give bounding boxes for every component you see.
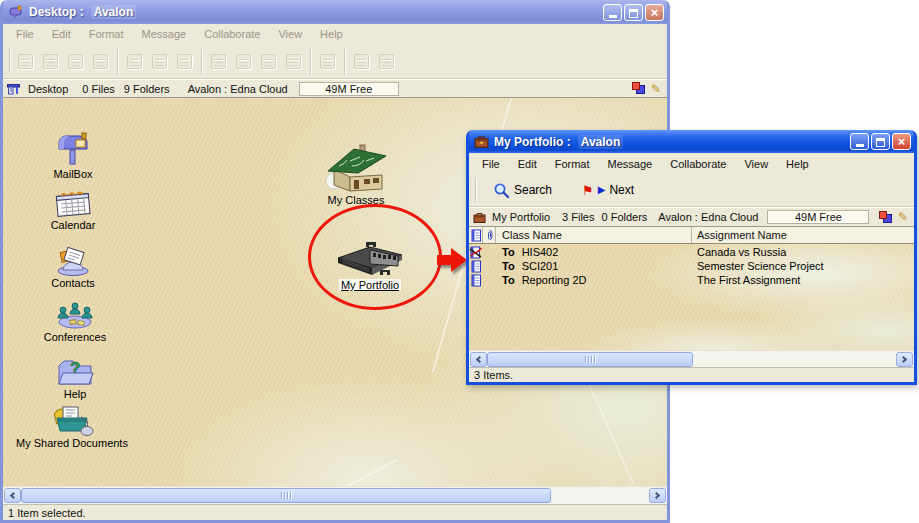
attachment-column-icon[interactable] <box>483 229 495 241</box>
toolbar-button-disabled[interactable] <box>350 50 373 73</box>
desktop-horizontal-scrollbar[interactable] <box>3 486 667 504</box>
menu-message[interactable]: Message <box>133 28 196 40</box>
shared-documents-icon <box>49 404 95 436</box>
scroll-right-button[interactable] <box>896 352 913 367</box>
edit-pencil-icon[interactable]: ✎ <box>651 83 661 95</box>
item-type-column-icon[interactable] <box>469 229 482 242</box>
class-name: Reporting 2D <box>522 274 587 286</box>
toolbar-button-disabled[interactable] <box>148 50 171 73</box>
portfolio-title-icon <box>474 135 489 148</box>
menu-help[interactable]: Help <box>777 158 818 170</box>
folder-count: 9 Folders <box>124 83 170 95</box>
desktop-icon <box>7 83 20 95</box>
toolbar-button-disabled[interactable] <box>282 50 305 73</box>
toolbar-button-disabled[interactable] <box>39 50 62 73</box>
view-layout-icon[interactable] <box>878 211 893 224</box>
icon-label: Help <box>27 388 123 400</box>
desktop-icon-calendar[interactable]: Calendar <box>25 188 121 231</box>
chevron-right-icon <box>900 356 907 363</box>
table-row[interactable]: ToHIS402 Canada vs Russia <box>469 245 914 259</box>
scroll-left-button[interactable] <box>4 488 21 503</box>
menu-format[interactable]: Format <box>546 158 599 170</box>
next-button[interactable]: ⚑▶ Next <box>576 181 640 199</box>
scroll-right-button[interactable] <box>649 488 666 503</box>
desktop-icon-help[interactable]: ? Help <box>27 357 123 400</box>
assignment-list[interactable]: ToHIS402 Canada vs Russia ToSCI201 Semes… <box>469 244 914 350</box>
assignment-name: Canada vs Russia <box>692 246 914 258</box>
portfolio-infobar: My Portfolio 3 Files 0 Folders Avalon : … <box>469 207 914 227</box>
my-classes-icon <box>324 139 388 193</box>
toolbar-separator <box>310 49 311 74</box>
column-header-class-name[interactable]: Class Name <box>496 229 691 241</box>
file-count: 0 Files <box>82 83 114 95</box>
icon-label: Conferences <box>27 331 123 343</box>
close-button[interactable]: × <box>645 4 664 21</box>
menu-collaborate[interactable]: Collaborate <box>661 158 735 170</box>
icon-label: My Shared Documents <box>3 437 147 449</box>
search-button[interactable]: Search <box>487 180 558 201</box>
toolbar-button-disabled[interactable] <box>257 50 280 73</box>
desktop-icon-conferences[interactable]: Conferences <box>27 300 123 343</box>
app-icon <box>8 5 24 19</box>
desktop-icon-mailbox[interactable]: MailBox <box>25 131 121 180</box>
portfolio-horizontal-scrollbar[interactable] <box>469 350 914 367</box>
menu-file[interactable]: File <box>473 158 509 170</box>
toolbar-button-disabled[interactable] <box>207 50 230 73</box>
menu-collaborate[interactable]: Collaborate <box>195 28 269 40</box>
edit-pencil-icon[interactable]: ✎ <box>898 211 908 223</box>
menu-edit[interactable]: Edit <box>43 28 80 40</box>
menu-edit[interactable]: Edit <box>509 158 546 170</box>
title-object: My Portfolio : <box>494 135 571 149</box>
toolbar-button-disabled[interactable] <box>64 50 87 73</box>
maximize-button[interactable] <box>624 4 643 21</box>
desktop-icon-contacts[interactable]: Contacts <box>25 244 121 289</box>
folder-name: My Portfolio <box>492 211 550 223</box>
close-button[interactable]: × <box>892 133 911 150</box>
assignment-name: Semester Science Project <box>692 260 914 272</box>
menu-message[interactable]: Message <box>599 158 662 170</box>
list-header[interactable]: Class Name Assignment Name <box>469 227 914 244</box>
toolbar-button-disabled[interactable] <box>89 50 112 73</box>
desktop-icon-shared-documents[interactable]: My Shared Documents <box>3 404 147 449</box>
table-row[interactable]: ToReporting 2D The First Assignment <box>469 273 914 287</box>
to-flag: To <box>502 246 515 258</box>
desktop-titlebar[interactable]: Desktop : Avalon × <box>3 0 667 24</box>
toolbar-grip[interactable] <box>475 178 477 202</box>
toolbar-grip[interactable] <box>9 49 11 73</box>
table-row[interactable]: ToSCI201 Semester Science Project <box>469 259 914 273</box>
maximize-button[interactable] <box>871 133 890 150</box>
minimize-button[interactable] <box>850 133 869 150</box>
menu-file[interactable]: File <box>7 28 43 40</box>
title-server: Avalon <box>578 135 624 149</box>
menu-view[interactable]: View <box>735 158 777 170</box>
menu-format[interactable]: Format <box>80 28 133 40</box>
unread-item-icon <box>469 246 482 259</box>
toolbar-button-disabled[interactable] <box>123 50 146 73</box>
desktop-icon-my-classes[interactable]: My Classes <box>308 139 404 206</box>
icon-label: My Classes <box>308 194 404 206</box>
icon-label: MailBox <box>25 168 121 180</box>
scroll-thumb[interactable] <box>21 488 551 503</box>
toolbar-button-disabled[interactable] <box>316 50 339 73</box>
minimize-button[interactable] <box>603 4 622 21</box>
notebook-item-icon <box>469 274 482 287</box>
column-header-assignment-name[interactable]: Assignment Name <box>692 229 914 241</box>
desktop-menubar: File Edit Format Message Collaborate Vie… <box>3 24 667 44</box>
menu-help[interactable]: Help <box>311 28 352 40</box>
portfolio-titlebar[interactable]: My Portfolio : Avalon × <box>469 130 914 153</box>
window-title: My Portfolio : Avalon <box>494 135 845 149</box>
toolbar-separator <box>117 49 118 74</box>
portfolio-window: My Portfolio : Avalon × File Edit Format… <box>466 130 917 385</box>
scroll-left-button[interactable] <box>470 352 487 367</box>
toolbar-button-disabled[interactable] <box>14 50 37 73</box>
toolbar-button-disabled[interactable] <box>375 50 398 73</box>
view-layout-icon[interactable] <box>631 82 646 95</box>
flag-icon: ⚑ <box>582 184 594 197</box>
chevron-right-icon <box>653 492 660 499</box>
toolbar-button-disabled[interactable] <box>232 50 255 73</box>
notebook-icon <box>471 229 481 242</box>
menu-view[interactable]: View <box>269 28 311 40</box>
toolbar-button-disabled[interactable] <box>173 50 196 73</box>
portfolio-menubar: File Edit Format Message Collaborate Vie… <box>469 153 914 174</box>
scroll-thumb[interactable] <box>487 352 693 367</box>
